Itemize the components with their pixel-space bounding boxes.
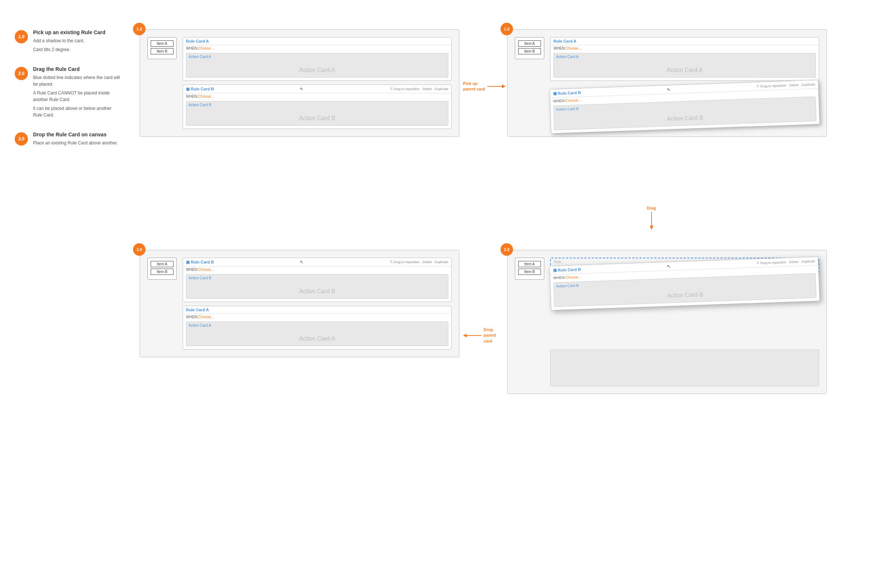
instruction-1-p1: Add a shadow to the card. [33, 38, 105, 44]
instruction-1-title: Pick up an existing Rule Card [33, 29, 105, 35]
rule-card-a-bl[interactable]: Rule Card A WHEN:Choose... Action Card A… [183, 306, 452, 350]
drop-text: Dropparentcard [484, 327, 496, 344]
rule-card-b-title-bl: ▣ Rule Card B [186, 260, 214, 265]
instructions-panel: 1.0 Pick up an existing Rule Card Add a … [15, 22, 132, 566]
rule-card-b-header-bl: ▣ Rule Card B ↖ ⠿ Drag to reposition Del… [183, 258, 451, 266]
step-badge-tl: 1.0 [133, 23, 146, 35]
rule-card-b-bl[interactable]: ▣ Rule Card B ↖ ⠿ Drag to reposition Del… [183, 258, 452, 302]
drop-annotation: Dropparentcard [463, 327, 496, 344]
rule-card-b-tr[interactable]: ▣ Rule Card B ↖ ⠿ Drag to reposition Del… [549, 80, 820, 134]
svg-marker-1 [502, 84, 506, 88]
canvas-br: Item A Item B Rule... WHE... ▣ Rule Card… [507, 250, 827, 394]
canvas-tr: Item A Item B Rule Card A WHEN:Choose...… [507, 29, 827, 137]
item-b-br: Item B [518, 268, 541, 275]
step-badge-br: 2.0 [501, 243, 513, 256]
badge-1: 1.0 [15, 30, 28, 44]
action-card-a-inner-bl: Action Card A Action Card A [186, 322, 448, 346]
rule-card-b-actions-bl: ⠿ Drag to reposition Delete Duplicate [390, 260, 448, 264]
drag-text: Drag [647, 206, 656, 210]
rule-card-b-actions-tr: ⠿ Drag to reposition Delete Duplicate [757, 82, 815, 88]
rule-cards-tr: Rule Card A WHEN:Choose... Action Card A… [550, 37, 819, 129]
rule-card-a-when-tr: WHEN:Choose... [550, 45, 819, 51]
action-card-a-inner-tl: Action Card A Action Card A [186, 53, 448, 78]
diagram-top-right: 1.0 Item A Item B Rule Card A WHEN:Choos… [507, 29, 827, 137]
item-b-bl: Item B [151, 268, 174, 275]
cursor-tl: ↖ [300, 86, 303, 92]
cursor-bl: ↖ [300, 260, 303, 265]
svg-marker-3 [650, 226, 653, 230]
svg-marker-5 [463, 334, 467, 338]
cursor-br: ↖ [667, 264, 670, 268]
action-card-b-inner-bl: Action Card B Action Card B [186, 274, 448, 299]
rule-cards-bl: ▣ Rule Card B ↖ ⠿ Drag to reposition Del… [183, 258, 452, 350]
item-list-bl: Item A Item B [147, 258, 177, 280]
instruction-2-p3: It can be placed above or below another … [33, 105, 121, 118]
rule-card-a-title-bl: Rule Card A [186, 308, 209, 312]
diagram-bottom-left: 3.0 Item A Item B ▣ Rule Card B ↖ ⠿ Drag… [140, 250, 459, 357]
item-list-tr: Item A Item B [515, 37, 544, 59]
item-a-bl: Item A [151, 261, 174, 267]
rule-card-b-br[interactable]: ▣ Rule Card B ↖ ⠿ Drag to reposition Del… [549, 256, 820, 310]
page: 1.0 Pick up an existing Rule Card Add a … [0, 0, 882, 588]
badge-3: 3.0 [15, 132, 28, 146]
rule-card-b-when-bl: WHEN:Choose... [183, 266, 451, 273]
action-card-a-label-large-tr: Action Card A [554, 60, 816, 77]
pick-up-text: Pick upparent card [463, 81, 485, 92]
instruction-1-text: Pick up an existing Rule Card Add a shad… [33, 29, 105, 55]
diagrams-area: 1.0 Item A Item B Rule Card A WHEN:Choos… [132, 22, 867, 566]
instruction-2: 2.0 Drag the Rule Card Blue dotted line … [15, 66, 121, 120]
rule-card-a-when-bl: WHEN:Choose... [183, 314, 451, 320]
empty-placeholder-br [550, 350, 819, 386]
step-badge-tr: 1.0 [501, 23, 513, 35]
rule-card-a-header-tl: Rule Card A [183, 38, 451, 45]
rule-card-b-actions-tl: ⠿ Drag to reposition Delete Duplicate [390, 87, 448, 91]
item-b-tl: Item B [151, 48, 174, 54]
badge-2: 2.0 [15, 67, 28, 80]
rule-card-b-when-tl: WHEN:Choose... [183, 93, 451, 100]
action-card-b-inner-tl: Action Card B Action Card B [186, 101, 448, 126]
action-card-a-label-large-tl: Action Card A [186, 60, 448, 77]
action-card-b-label-large-tl: Action Card B [186, 108, 448, 125]
item-a-tr: Item A [518, 40, 541, 46]
canvas-bl: Item A Item B ▣ Rule Card B ↖ ⠿ Drag to … [140, 250, 459, 357]
rule-cards-tl: Rule Card A WHEN:Choose... Action Card A… [183, 37, 452, 129]
rule-card-a-when-tl: WHEN:Choose... [183, 45, 451, 51]
item-a-tl: Item A [151, 40, 174, 46]
rule-card-b-tl[interactable]: ▣ Rule Card B ↖ ⠿ Drag to reposition Del… [183, 84, 452, 129]
instruction-3-p1: Place an existing Rule Card above anothe… [33, 140, 118, 146]
diagram-top-left: 1.0 Item A Item B Rule Card A WHEN:Choos… [140, 29, 459, 137]
rule-cards-br: Rule... WHE... ▣ Rule Card B ↖ ⠿ Drag to… [550, 258, 819, 386]
action-card-a-label-small-tr: Action Card A [554, 53, 816, 60]
instruction-2-p1: Blue dotted line indicates where the car… [33, 74, 121, 87]
action-card-a-label-large-bl: Action Card A [186, 328, 448, 346]
action-card-a-inner-tr: Action Card A Action Card A [554, 53, 816, 78]
instruction-2-title: Drag the Rule Card [33, 66, 121, 72]
rule-card-b-header-tl: ▣ Rule Card B ↖ ⠿ Drag to reposition Del… [183, 85, 451, 93]
instruction-3-title: Drop the Rule Card on canvas [33, 132, 118, 138]
instruction-3-text: Drop the Rule Card on canvas Place an ex… [33, 132, 118, 148]
pick-up-arrow-svg [487, 82, 506, 90]
drop-arrow-svg [463, 332, 482, 339]
action-card-a-label-small-bl: Action Card A [186, 322, 448, 328]
action-card-b-label-large-bl: Action Card B [186, 281, 448, 298]
rule-card-a-tr[interactable]: Rule Card A WHEN:Choose... Action Card A… [550, 37, 819, 81]
drag-arrow-svg [648, 212, 655, 230]
action-card-a-label-small-tl: Action Card A [186, 53, 448, 60]
instruction-2-p2: A Rule Card CANNOT be placed inside anot… [33, 90, 121, 103]
instruction-2-text: Drag the Rule Card Blue dotted line indi… [33, 66, 121, 120]
rule-card-a-tl[interactable]: Rule Card A WHEN:Choose... Action Card A… [183, 37, 452, 81]
rule-card-b-title-tr: ▣ Rule Card B [553, 90, 580, 96]
cursor-tr: ↖ [667, 87, 670, 92]
instruction-1: 1.0 Pick up an existing Rule Card Add a … [15, 29, 121, 55]
rule-card-b-title-br: ▣ Rule Card B [553, 267, 580, 273]
item-b-tr: Item B [518, 48, 541, 54]
diagram-bottom-right: 2.0 Item A Item B Rule... WHE... [507, 250, 827, 394]
item-list-br: Item A Item B [515, 258, 544, 280]
rule-card-a-header-bl: Rule Card A [183, 306, 451, 314]
action-card-b-label-small-bl: Action Card B [186, 274, 448, 281]
canvas-tl: Item A Item B Rule Card A WHEN:Choose...… [140, 29, 459, 137]
rule-card-a-title-tr: Rule Card A [554, 39, 577, 44]
rule-card-a-header-tr: Rule Card A [550, 38, 819, 45]
rule-card-b-title-tl: ▣ Rule Card B [186, 87, 214, 92]
item-list-tl: Item A Item B [147, 37, 177, 59]
